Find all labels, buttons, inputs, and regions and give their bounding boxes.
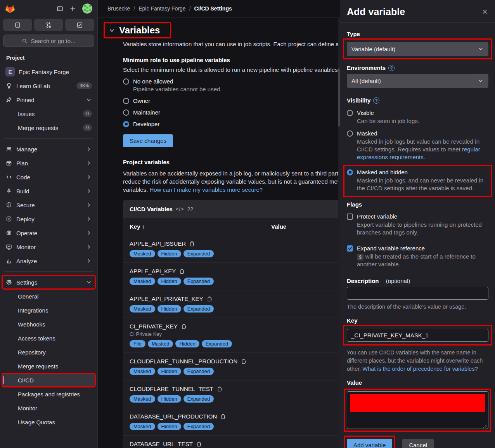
code-icon <box>5 174 12 180</box>
create-new-icon[interactable] <box>69 5 76 12</box>
sidebar-item-merge-requests-settings[interactable]: Merge requests <box>2 359 95 373</box>
precedence-link[interactable]: What is the order of precedence for vari… <box>362 366 478 372</box>
drawer-title: Add variable <box>347 6 480 17</box>
radio-developer[interactable]: Developer <box>123 121 340 127</box>
sidebar-item-learn-gitlab[interactable]: Learn GitLab 38% <box>2 79 95 92</box>
scrollbar[interactable] <box>338 18 340 448</box>
radio-icon[interactable] <box>123 98 129 104</box>
environments-select[interactable]: All (default) <box>347 74 488 88</box>
rocket-icon <box>5 188 12 194</box>
sidebar-item-usage-quotas[interactable]: Usage Quotas <box>2 415 95 429</box>
sidebar-toggle-icon[interactable] <box>57 5 63 12</box>
radio-owner[interactable]: Owner <box>123 97 340 104</box>
key-input[interactable]: _CI_PRIVATE_KEY_MASK_1 <box>347 329 488 342</box>
copy-icon[interactable] <box>181 323 187 330</box>
sidebar-item-settings[interactable]: Settings <box>2 276 95 289</box>
radio-no-one-allowed[interactable]: No one allowed <box>123 78 340 85</box>
badge: Expanded <box>202 340 232 347</box>
sidebar-item-code[interactable]: Code <box>2 170 95 184</box>
shortcut-issues-button[interactable] <box>3 19 32 31</box>
add-variable-button[interactable]: Add variable <box>347 439 392 448</box>
radio-icon-selected[interactable] <box>123 121 129 127</box>
radio-icon[interactable] <box>347 110 353 116</box>
chevron-right-icon <box>86 244 92 250</box>
sidebar-item-monitor[interactable]: Monitor <box>2 240 95 254</box>
sidebar-item-issues[interactable]: Issues 0 <box>2 107 95 120</box>
user-avatar[interactable] <box>82 3 92 14</box>
sidebar-item-secure[interactable]: Secure <box>2 198 95 212</box>
copy-icon[interactable] <box>206 296 212 302</box>
cancel-button[interactable]: Cancel <box>402 439 434 448</box>
sidebar-item-manage[interactable]: Manage <box>2 142 95 156</box>
expand-reference-checkbox[interactable]: Expand variable reference $ will be trea… <box>347 245 488 268</box>
sidebar-item-deploy[interactable]: Deploy <box>2 212 95 226</box>
sidebar: Search or go to... Project E Epic Fantas… <box>0 0 98 448</box>
save-changes-button[interactable]: Save changes <box>123 134 173 147</box>
checkbox-icon[interactable] <box>347 214 353 220</box>
sidebar-item-access-tokens[interactable]: Access tokens <box>2 332 95 345</box>
sort-by-key[interactable]: Key ↑ <box>130 223 145 230</box>
secure-variables-link[interactable]: How can I make my variables more secure? <box>149 186 263 193</box>
value-annotation <box>344 389 491 432</box>
shortcut-todo-button[interactable] <box>65 19 94 31</box>
badge: File <box>130 340 145 347</box>
copy-icon[interactable] <box>220 413 226 420</box>
copy-icon[interactable] <box>241 358 246 365</box>
sidebar-item-cicd[interactable]: CI/CD <box>2 373 95 387</box>
badge: Expanded <box>183 423 214 430</box>
divider <box>4 271 93 272</box>
shield-icon <box>5 202 12 208</box>
badge: Masked <box>130 368 155 375</box>
breadcrumb-group[interactable]: Brusecke <box>107 5 130 12</box>
copy-icon[interactable] <box>179 268 185 274</box>
resize-handle-icon[interactable] <box>483 424 487 428</box>
radio-masked[interactable]: Masked <box>347 130 488 137</box>
column-value: Value <box>271 223 286 230</box>
description-helper: The description of the variable's value … <box>347 303 488 311</box>
radio-icon[interactable] <box>123 78 129 85</box>
protect-variable-checkbox[interactable]: Protect variable Export variable to pipe… <box>347 213 488 236</box>
sidebar-item-operate[interactable]: Operate <box>2 226 95 240</box>
sidebar-item-monitor-settings[interactable]: Monitor <box>2 401 95 415</box>
sidebar-item-merge-requests-pinned[interactable]: Merge requests 0 <box>2 121 95 134</box>
description-input[interactable] <box>347 287 488 300</box>
sidebar-section-label: Project <box>6 55 91 61</box>
visibility-label: Visibility ? <box>347 97 488 104</box>
search-input[interactable]: Search or go to... <box>3 35 94 47</box>
badge: Hidden <box>158 305 181 313</box>
radio-icon[interactable] <box>347 130 353 137</box>
shortcut-merge-requests-button[interactable] <box>34 19 63 31</box>
radio-visible[interactable]: Visible <box>347 109 488 116</box>
radio-masked-hidden[interactable]: Masked and hidden <box>347 169 488 175</box>
gitlab-logo[interactable] <box>5 4 15 14</box>
sidebar-item-plan[interactable]: Plan <box>2 156 95 170</box>
copy-icon[interactable] <box>189 241 195 247</box>
sidebar-item-packages-registries[interactable]: Packages and registries <box>2 387 95 401</box>
copy-icon[interactable] <box>216 386 222 392</box>
value-textarea[interactable] <box>347 391 488 429</box>
copy-icon[interactable] <box>196 441 202 447</box>
collapse-chevron-icon[interactable] <box>109 27 115 34</box>
help-icon[interactable]: ? <box>388 65 395 71</box>
sidebar-item-webhooks[interactable]: Webhooks <box>2 318 95 331</box>
sidebar-item-general[interactable]: General <box>2 290 95 303</box>
scrollbar-thumb[interactable] <box>338 68 340 127</box>
radio-icon[interactable] <box>123 109 129 116</box>
breadcrumb-project[interactable]: Epic Fantasy Forge <box>138 5 185 12</box>
sidebar-item-repository[interactable]: Repository <box>2 346 95 359</box>
help-icon[interactable]: ? <box>373 97 379 104</box>
type-select[interactable]: Variable (default) <box>347 42 488 56</box>
sidebar-item-build[interactable]: Build <box>2 184 95 198</box>
sidebar-item-pinned[interactable]: Pinned <box>2 93 95 106</box>
sidebar-item-project[interactable]: E Epic Fantasy Forge <box>2 65 95 78</box>
min-role-title: Minimum role to use pipeline variables <box>123 57 340 63</box>
monitor-icon <box>5 244 12 250</box>
close-icon[interactable] <box>480 7 490 16</box>
sidebar-item-analyze[interactable]: Analyze <box>2 254 95 267</box>
radio-maintainer[interactable]: Maintainer <box>123 109 340 116</box>
radio-icon-selected[interactable] <box>347 169 353 175</box>
badge: Hidden <box>158 278 181 285</box>
checkbox-checked-icon[interactable] <box>347 245 353 252</box>
badge: Hidden <box>158 423 181 430</box>
sidebar-item-integrations[interactable]: Integrations <box>2 304 95 317</box>
